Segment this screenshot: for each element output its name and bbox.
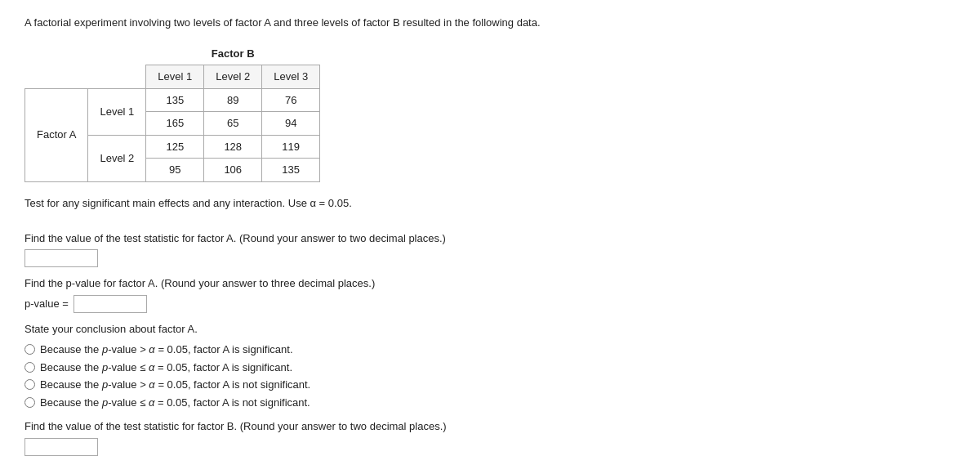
factor-a-conclusion-section: State your conclusion about factor A. Be… bbox=[24, 321, 956, 411]
cell-a1-b2-r1: 89 bbox=[204, 88, 262, 112]
cell-a1-b3-r1: 76 bbox=[262, 88, 320, 112]
factor-a-pvalue-row: p-value = bbox=[24, 295, 956, 313]
factor-a-pvalue-section: Find the p-value for factor A. (Round yo… bbox=[24, 275, 956, 313]
col-header-level1: Level 1 bbox=[146, 65, 204, 89]
cell-a2-b2-r2: 106 bbox=[204, 159, 262, 182]
factor-a-option-2-text: Because the p-value ≤ α = 0.05, factor A… bbox=[40, 360, 292, 376]
factor-a-radio-4[interactable] bbox=[24, 397, 35, 408]
col-header-level2: Level 2 bbox=[204, 65, 262, 89]
empty-subheader bbox=[25, 65, 146, 89]
factor-a-level1: Level 1 bbox=[88, 88, 146, 135]
factor-a-label: Factor A bbox=[25, 88, 88, 181]
factor-a-option-1-text: Because the p-value > α = 0.05, factor A… bbox=[40, 342, 293, 358]
factor-a-option-1: Because the p-value > α = 0.05, factor A… bbox=[24, 342, 956, 358]
intro-text: A factorial experiment involving two lev… bbox=[24, 15, 956, 31]
factor-a-level2: Level 2 bbox=[88, 135, 146, 181]
factor-a-pvalue-label: Find the p-value for factor A. (Round yo… bbox=[24, 275, 956, 292]
empty-corner bbox=[25, 42, 146, 65]
factor-b-statistic-section: Find the value of the test statistic for… bbox=[24, 418, 956, 456]
factor-a-option-3-text: Because the p-value > α = 0.05, factor A… bbox=[40, 377, 310, 393]
factor-a-statistic-label: Find the value of the test statistic for… bbox=[24, 230, 956, 247]
factor-a-option-3: Because the p-value > α = 0.05, factor A… bbox=[24, 377, 956, 393]
cell-a1-b2-r2: 65 bbox=[204, 112, 262, 136]
cell-a1-b3-r2: 94 bbox=[262, 112, 320, 136]
factor-a-option-2: Because the p-value ≤ α = 0.05, factor A… bbox=[24, 360, 956, 376]
cell-a1-b1-r2: 165 bbox=[146, 112, 204, 136]
factor-a-radio-3[interactable] bbox=[24, 379, 35, 390]
cell-a2-b3-r2: 135 bbox=[262, 159, 320, 182]
factor-a-statistic-section: Find the value of the test statistic for… bbox=[24, 230, 956, 268]
factor-a-radio-1[interactable] bbox=[24, 344, 35, 355]
factor-b-header: Factor B bbox=[146, 42, 320, 65]
factor-a-pvalue-prefix: p-value = bbox=[24, 296, 69, 312]
factor-a-option-4: Because the p-value ≤ α = 0.05, factor A… bbox=[24, 395, 956, 411]
col-header-level3: Level 3 bbox=[262, 65, 320, 89]
cell-a2-b2-r1: 128 bbox=[204, 135, 262, 159]
cell-a2-b1-r1: 125 bbox=[146, 135, 204, 159]
factor-a-option-4-text: Because the p-value ≤ α = 0.05, factor A… bbox=[40, 395, 310, 411]
cell-a2-b3-r1: 119 bbox=[262, 135, 320, 159]
factor-a-radio-2[interactable] bbox=[24, 362, 35, 373]
factor-b-statistic-input[interactable] bbox=[24, 438, 98, 456]
data-table: Factor B Level 1 Level 2 Level 3 Factor … bbox=[24, 42, 320, 182]
cell-a1-b1-r1: 135 bbox=[146, 88, 204, 112]
factor-a-pvalue-input[interactable] bbox=[74, 295, 147, 313]
cell-a2-b1-r2: 95 bbox=[146, 159, 204, 182]
factor-a-conclusion-title: State your conclusion about factor A. bbox=[24, 321, 956, 338]
factor-a-radio-group: Because the p-value > α = 0.05, factor A… bbox=[24, 342, 956, 410]
factor-b-statistic-label: Find the value of the test statistic for… bbox=[24, 418, 956, 435]
instructions-text: Test for any significant main effects an… bbox=[24, 195, 956, 212]
factor-a-statistic-input[interactable] bbox=[24, 249, 98, 267]
data-table-wrapper: Factor B Level 1 Level 2 Level 3 Factor … bbox=[24, 42, 956, 182]
